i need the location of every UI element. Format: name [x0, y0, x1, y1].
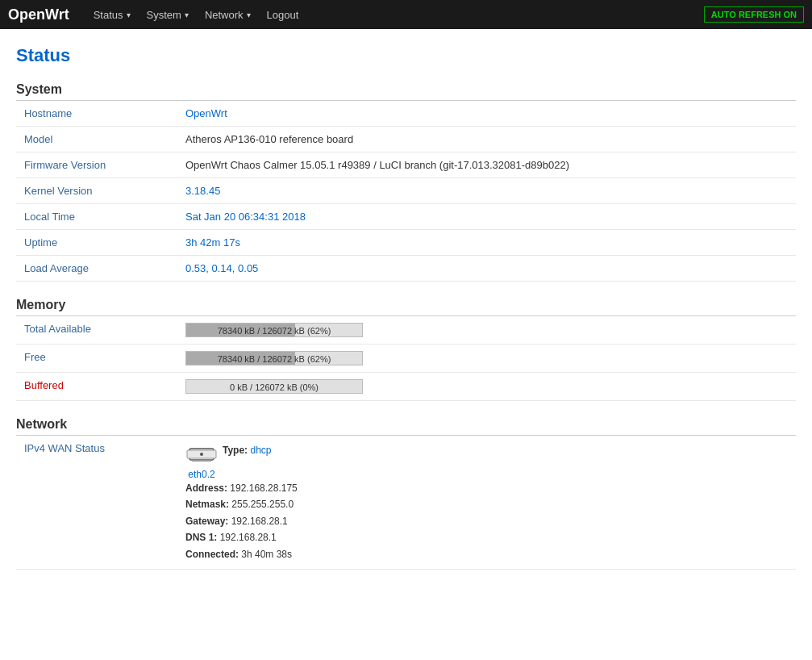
chevron-down-icon: ▾: [247, 10, 251, 19]
table-row: ModelAtheros AP136-010 reference board: [16, 127, 796, 152]
row-label: Load Average: [16, 256, 177, 282]
wan-iface-label: eth0.2: [185, 469, 218, 480]
row-label: Uptime: [16, 230, 177, 256]
row-label: Firmware Version: [16, 152, 177, 178]
row-value: 0.53, 0.14, 0.05: [177, 256, 796, 282]
table-row: Buffered0 kB / 126072 kB (0%): [16, 373, 796, 401]
row-label: Hostname: [16, 101, 177, 127]
table-row: Kernel Version3.18.45: [16, 178, 796, 204]
network-section-heading: Network: [16, 417, 796, 436]
row-value: 3h 42m 17s: [177, 230, 796, 256]
system-section-heading: System: [16, 82, 796, 101]
row-label: IPv4 WAN Status: [16, 436, 177, 569]
row-label: Free: [16, 345, 177, 373]
table-row: Firmware VersionOpenWrt Chaos Calmer 15.…: [16, 152, 796, 178]
row-label: Buffered: [16, 373, 177, 401]
table-row: IPv4 WAN Status eth0.2Type: dhcp Address…: [16, 436, 796, 569]
chevron-down-icon: ▾: [185, 10, 189, 19]
row-value: 0 kB / 126072 kB (0%): [177, 373, 796, 401]
table-row: HostnameOpenWrt: [16, 101, 796, 127]
nav-network[interactable]: Network ▾: [197, 0, 259, 29]
wan-icon: eth0.2: [185, 442, 218, 480]
chevron-down-icon: ▾: [127, 10, 131, 19]
svg-point-2: [200, 453, 203, 456]
brand-logo: OpenWrt: [8, 6, 69, 23]
row-value: 78340 kB / 126072 kB (62%): [177, 316, 796, 345]
table-row: Total Available78340 kB / 126072 kB (62%…: [16, 316, 796, 345]
auto-refresh-button[interactable]: AUTO REFRESH ON: [704, 6, 804, 23]
memory-table: Total Available78340 kB / 126072 kB (62%…: [16, 316, 796, 401]
page-title: Status: [16, 45, 796, 66]
row-label: Model: [16, 127, 177, 152]
table-row: Local TimeSat Jan 20 06:34:31 2018: [16, 204, 796, 230]
table-row: Free78340 kB / 126072 kB (62%): [16, 345, 796, 373]
nav-system[interactable]: System ▾: [139, 0, 197, 29]
row-label: Kernel Version: [16, 178, 177, 204]
row-value: 78340 kB / 126072 kB (62%): [177, 345, 796, 373]
svg-rect-3: [192, 460, 211, 462]
navbar: OpenWrt Status ▾ System ▾ Network ▾ Logo…: [0, 0, 812, 29]
memory-section-heading: Memory: [16, 298, 796, 316]
system-table: HostnameOpenWrtModelAtheros AP136-010 re…: [16, 101, 796, 282]
row-value: Sat Jan 20 06:34:31 2018: [177, 204, 796, 230]
row-label: Total Available: [16, 316, 177, 345]
table-row: Uptime3h 42m 17s: [16, 230, 796, 256]
row-value: OpenWrt Chaos Calmer 15.05.1 r49389 / Lu…: [177, 152, 796, 178]
nav-logout[interactable]: Logout: [259, 0, 307, 29]
row-value: Atheros AP136-010 reference board: [177, 127, 796, 152]
row-value: eth0.2Type: dhcp Address: 192.168.28.175…: [177, 436, 796, 569]
row-value: 3.18.45: [177, 178, 796, 204]
table-row: Load Average0.53, 0.14, 0.05: [16, 256, 796, 282]
network-table: IPv4 WAN Status eth0.2Type: dhcp Address…: [16, 436, 796, 570]
nav-status[interactable]: Status ▾: [85, 0, 139, 29]
row-label: Local Time: [16, 204, 177, 230]
row-value: OpenWrt: [177, 101, 796, 127]
